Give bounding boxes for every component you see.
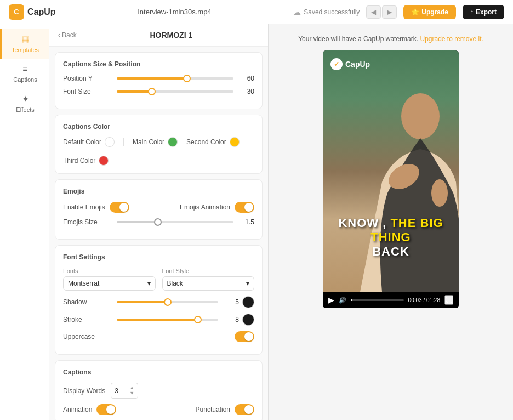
- font-size-track: [117, 90, 233, 93]
- fonts-col: Fonts Montserrat ▾: [63, 268, 156, 291]
- uppercase-row: Uppercase: [63, 331, 254, 342]
- position-y-row: Position Y 60: [63, 75, 254, 82]
- punctuation-toggle[interactable]: [235, 404, 254, 415]
- logo-icon: C: [9, 4, 24, 20]
- chevron-down-icon: ▾: [246, 280, 249, 287]
- nav-arrows: ◀ ▶: [366, 5, 397, 19]
- display-words-label: Display Words: [63, 387, 105, 395]
- caption-line1: KNOW , THE BIG THING: [328, 216, 453, 245]
- default-color-swatch[interactable]: [105, 137, 115, 147]
- font-size-fill: [117, 90, 152, 93]
- spinner-up[interactable]: ▲: [129, 385, 134, 390]
- display-words-spinners: ▲ ▼: [129, 385, 134, 396]
- spinner-down[interactable]: ▼: [129, 391, 134, 396]
- position-y-fill: [117, 77, 187, 80]
- fonts-label: Fonts: [63, 268, 156, 274]
- export-icon: ↑: [470, 8, 474, 16]
- font-style-label: Font Style: [162, 268, 255, 274]
- section-title-emojis: Emojis: [63, 188, 254, 195]
- video-container: ✓ CapUp KNOW , THE BIG THING: [323, 50, 459, 308]
- main-color-label: Main Color: [133, 138, 164, 146]
- caption-line2: BACK: [328, 245, 453, 259]
- app-layout: ▦ Templates ≡ Captions ✦ Effects ‹ Back …: [0, 24, 513, 420]
- upgrade-icon: ⭐: [411, 8, 419, 16]
- shadow-color-swatch[interactable]: [242, 296, 254, 308]
- back-chevron-icon: ‹: [58, 31, 60, 39]
- redo-button[interactable]: ▶: [382, 5, 397, 19]
- emojis-animation-toggle[interactable]: [235, 202, 254, 213]
- stroke-track: [117, 319, 218, 321]
- play-button[interactable]: ▶: [328, 296, 334, 304]
- stroke-thumb[interactable]: [194, 316, 202, 323]
- top-navigation: C CapUp Interview-1min30s.mp4 ☁ Saved su…: [0, 0, 513, 24]
- display-words-input[interactable]: 3 ▲ ▼: [111, 383, 138, 399]
- position-y-track: [117, 77, 233, 80]
- capup-logo-icon: ✓: [330, 58, 343, 70]
- video-frame: ✓ CapUp KNOW , THE BIG THING: [323, 50, 459, 292]
- sidebar-item-captions[interactable]: ≡ Captions: [0, 59, 49, 88]
- second-color-label: Second Color: [186, 138, 226, 146]
- svg-point-0: [401, 93, 440, 139]
- section-title-captions: Captions: [63, 368, 254, 376]
- animation-knob: [106, 405, 115, 414]
- position-y-value: 60: [238, 75, 254, 82]
- preview-area: Your video will have a CapUp watermark. …: [269, 24, 513, 420]
- position-y-thumb[interactable]: [183, 75, 191, 82]
- default-color-item: Default Color: [63, 137, 115, 147]
- back-button[interactable]: ‹ Back: [58, 31, 77, 39]
- emojis-size-track: [117, 221, 233, 223]
- watermark-notice: Your video will have a CapUp watermark. …: [298, 35, 483, 43]
- progress-bar[interactable]: [351, 299, 404, 301]
- fullscreen-button[interactable]: ⛶: [444, 295, 453, 305]
- chevron-down-icon: ▾: [147, 280, 151, 287]
- effects-icon: ✦: [22, 94, 29, 104]
- upgrade-link[interactable]: Upgrade to remove it.: [420, 35, 483, 43]
- person-figure: [349, 83, 459, 292]
- animation-toggle[interactable]: [96, 404, 116, 415]
- font-size-label: Font Size: [63, 88, 112, 95]
- sidebar-item-templates[interactable]: ▦ Templates: [0, 29, 49, 59]
- font-size-thumb[interactable]: [148, 88, 156, 95]
- enable-emojis-toggle[interactable]: [110, 202, 129, 213]
- captions-section: Captions Display Words 3 ▲ ▼ Animation: [55, 360, 263, 420]
- shadow-track: [117, 301, 218, 303]
- upgrade-button[interactable]: ⭐ Upgrade: [403, 5, 456, 19]
- emojis-animation-item: Emojis Animation: [180, 202, 254, 213]
- panel-header: ‹ Back HORMOZI 1: [49, 24, 268, 47]
- font-style-select[interactable]: Black ▾: [162, 276, 255, 291]
- shadow-fill: [117, 301, 168, 303]
- file-name: Interview-1min30s.mp4: [62, 8, 287, 16]
- undo-button[interactable]: ◀: [366, 5, 381, 19]
- font-size-value: 30: [238, 88, 254, 95]
- emojis-animation-knob: [244, 203, 253, 212]
- sidebar-item-effects[interactable]: ✦ Effects: [0, 88, 49, 118]
- stroke-value: 8: [223, 316, 239, 323]
- fonts-select[interactable]: Montserrat ▾: [63, 276, 156, 291]
- emojis-size-thumb[interactable]: [154, 218, 162, 226]
- font-style-col: Font Style Black ▾: [162, 268, 255, 291]
- stroke-color-swatch[interactable]: [242, 314, 254, 326]
- second-color-swatch[interactable]: [230, 137, 240, 147]
- capup-watermark: ✓ CapUp: [330, 58, 370, 70]
- volume-button[interactable]: 🔊: [339, 297, 346, 304]
- settings-panel: ‹ Back HORMOZI 1 Captions Size & Positio…: [49, 24, 269, 420]
- animation-item: Animation: [63, 404, 116, 415]
- animation-label: Animation: [63, 406, 92, 413]
- captions-color-section: Captions Color Default Color Main Color …: [55, 115, 263, 174]
- uppercase-toggle[interactable]: [235, 331, 254, 342]
- capup-check-icon: ✓: [334, 60, 339, 68]
- panel-title: HORMOZI 1: [83, 31, 259, 39]
- shadow-label: Shadow: [63, 298, 112, 306]
- export-button[interactable]: ↑ Export: [463, 5, 504, 19]
- stroke-row: Stroke 8: [63, 314, 254, 326]
- saved-status: ☁ Saved successfully: [293, 8, 360, 16]
- emojis-size-fill: [117, 221, 158, 223]
- font-selectors-row: Fonts Montserrat ▾ Font Style Black ▾: [63, 268, 254, 291]
- enable-emojis-item: Enable Emojis: [63, 202, 129, 213]
- sidebar: ▦ Templates ≡ Captions ✦ Effects: [0, 24, 49, 420]
- main-color-swatch[interactable]: [168, 137, 178, 147]
- app-logo: C CapUp: [9, 4, 56, 20]
- shadow-thumb[interactable]: [164, 298, 172, 306]
- third-color-swatch[interactable]: [99, 156, 109, 166]
- svg-point-2: [431, 179, 448, 207]
